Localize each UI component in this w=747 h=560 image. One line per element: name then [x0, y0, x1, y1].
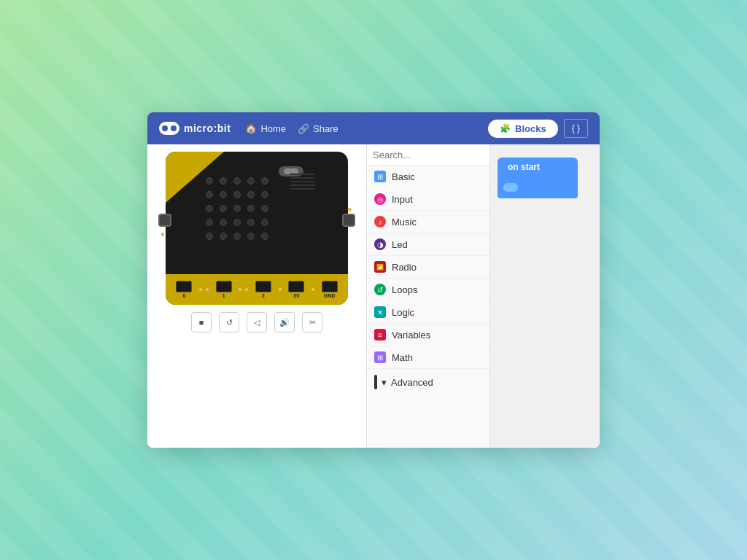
stop-icon: ■ — [199, 318, 204, 327]
led-3-0 — [206, 219, 213, 226]
led-2-2 — [233, 205, 241, 212]
speaker-line-1 — [290, 174, 315, 175]
led-label: Led — [392, 239, 408, 250]
pin-strip: 0 1 2 — [166, 274, 348, 305]
speaker-line-4 — [290, 184, 315, 186]
advanced-bar — [374, 375, 377, 389]
led-2-4 — [261, 205, 268, 212]
on-start-label: on start — [508, 162, 540, 172]
loops-label: Loops — [392, 284, 417, 295]
pin-2-connector — [255, 281, 271, 292]
led-3-2 — [233, 219, 241, 226]
speaker-line-2 — [290, 177, 315, 179]
simulator-controls: ■ ↺ ◁ 🔊 ✂ — [191, 312, 322, 332]
pin-1[interactable]: 1 — [216, 281, 232, 298]
blocks-button[interactable]: 🧩 Blocks — [488, 120, 558, 138]
home-label: Home — [260, 123, 286, 134]
advanced-chevron: ▾ — [382, 377, 387, 388]
loops-icon: ↺ — [374, 284, 386, 295]
input-icon: ◎ — [374, 193, 386, 205]
button-b[interactable] — [342, 214, 355, 227]
sound-button[interactable]: 🔊 — [274, 312, 295, 332]
led-0-1 — [220, 177, 227, 184]
back-icon: ◁ — [254, 318, 260, 327]
search-row: 🔍 — [367, 144, 489, 166]
pin-small-2 — [205, 287, 209, 292]
basic-icon: ⊞ — [374, 171, 386, 182]
category-led[interactable]: ◑ Led — [367, 233, 489, 256]
led-icon: ◑ — [374, 238, 386, 250]
category-basic[interactable]: ⊞ Basic — [367, 166, 489, 188]
js-btn-label: { } — [572, 123, 580, 133]
microbit-device: B ▲ 0 1 — [166, 152, 348, 305]
led-1-2 — [233, 191, 241, 198]
share-label: Share — [313, 123, 338, 134]
scissors-icon: ✂ — [309, 318, 316, 327]
pin-gnd-connector — [322, 281, 338, 292]
pin-0[interactable]: 0 — [176, 281, 192, 298]
pin-3v[interactable]: 3V — [288, 281, 304, 298]
stop-button[interactable]: ■ — [191, 312, 212, 332]
button-a-label: ▲ — [160, 230, 166, 237]
logic-icon: ✕ — [374, 306, 386, 318]
header-nav: 🏠 Home 🔗 Share — [245, 123, 488, 134]
pin-small-4 — [244, 287, 249, 292]
body: B ▲ 0 1 — [147, 144, 600, 448]
music-icon: ♪ — [374, 216, 386, 228]
simulator-panel: B ▲ 0 1 — [147, 144, 366, 448]
back-button[interactable]: ◁ — [247, 312, 267, 332]
category-music[interactable]: ♪ Music — [367, 211, 489, 233]
radio-label: Radio — [392, 262, 417, 273]
category-input[interactable]: ◎ Input — [367, 188, 489, 211]
pin-small-3 — [238, 287, 242, 292]
js-button[interactable]: { } — [564, 119, 588, 138]
scissors-button[interactable]: ✂ — [302, 312, 322, 332]
toolbox-panel: 🔍 ⊞ Basic ◎ Input ♪ Music ◑ Led — [366, 144, 490, 448]
logic-label: Logic — [392, 307, 414, 318]
led-3-3 — [247, 219, 255, 226]
radio-icon: 📶 — [374, 261, 386, 273]
speaker-line-3 — [290, 181, 315, 182]
variables-icon: ≡ — [374, 329, 386, 341]
category-variables[interactable]: ≡ Variables — [367, 324, 489, 346]
on-start-block[interactable]: on start — [498, 158, 578, 176]
led-2-1 — [220, 205, 227, 212]
speaker-line-5 — [290, 188, 315, 190]
category-math[interactable]: ⊞ Math — [367, 346, 489, 369]
header-right: 🧩 Blocks { } — [488, 119, 588, 138]
input-label: Input — [392, 194, 413, 205]
basic-label: Basic — [392, 171, 415, 182]
blocks-btn-icon: 🧩 — [500, 123, 511, 133]
pin-2[interactable]: 2 — [255, 281, 271, 298]
button-a[interactable] — [158, 214, 171, 227]
on-start-block-container: on start — [498, 158, 592, 198]
pin-0-label: 0 — [182, 293, 185, 298]
search-input[interactable] — [373, 149, 490, 160]
pin-gnd[interactable]: GND — [322, 281, 338, 298]
logo[interactable]: micro:bit — [159, 122, 231, 135]
share-nav-item[interactable]: 🔗 Share — [298, 123, 338, 134]
led-1-4 — [261, 191, 268, 198]
logo-text: micro:bit — [184, 122, 231, 134]
pin-small-1 — [198, 287, 203, 292]
pin-1-connector — [216, 281, 232, 292]
button-b-label: B — [347, 206, 352, 213]
restart-icon: ↺ — [226, 318, 233, 327]
led-2-0 — [206, 205, 213, 212]
restart-button[interactable]: ↺ — [219, 312, 239, 332]
math-label: Math — [392, 352, 413, 363]
category-loops[interactable]: ↺ Loops — [367, 279, 489, 301]
led-0-3 — [247, 177, 255, 184]
pin-gnd-label: GND — [324, 293, 336, 298]
led-4-4 — [261, 233, 268, 240]
home-nav-item[interactable]: 🏠 Home — [245, 123, 286, 134]
category-logic[interactable]: ✕ Logic — [367, 301, 489, 324]
led-4-3 — [247, 233, 255, 240]
led-0-0 — [206, 177, 213, 184]
block-body — [498, 176, 578, 198]
category-radio[interactable]: 📶 Radio — [367, 256, 489, 279]
music-label: Music — [392, 217, 417, 228]
category-advanced[interactable]: ▾ Advanced — [367, 369, 489, 395]
pin-0-connector — [176, 281, 192, 292]
led-0-4 — [261, 177, 268, 184]
